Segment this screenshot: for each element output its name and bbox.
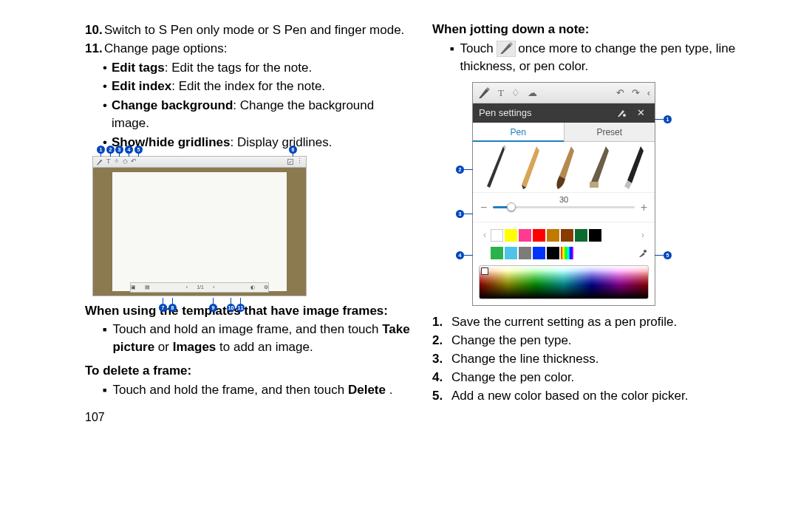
eraser-tool-icon[interactable]: ♢: [511, 86, 520, 100]
pen-tool-icon[interactable]: [477, 86, 491, 100]
pen-type-pencil[interactable]: [512, 145, 545, 189]
color-picker-gradient[interactable]: [479, 265, 649, 299]
pen-tool-inline-icon: [497, 41, 516, 57]
text: .: [389, 383, 393, 397]
menu-icon[interactable]: ⋮: [296, 157, 303, 166]
text-tool-icon[interactable]: T: [498, 86, 504, 100]
step-2: 2.Change the pen type.: [432, 332, 757, 349]
slider-knob[interactable]: [507, 202, 516, 211]
slider-track[interactable]: [493, 206, 634, 208]
heading-jotting: When jotting down a note:: [432, 21, 757, 38]
color-swatches: ‹ ›: [473, 222, 655, 262]
save-profile-icon[interactable]: [616, 108, 632, 118]
pen-type-calligraphy[interactable]: [617, 145, 650, 189]
step-3: 3.Change the line thickness.: [432, 350, 757, 368]
list-text: Change page options:: [104, 40, 227, 58]
pen-settings-figure: 1 2 3 4 5 T ♢ ☁ ↶ ↷ ‹ Pen settings: [472, 82, 655, 306]
color-swatch[interactable]: [561, 229, 573, 242]
pen-type-fine[interactable]: [477, 145, 511, 189]
action-delete: Delete: [348, 383, 386, 397]
checkbox-icon[interactable]: ✓: [287, 159, 293, 165]
undo-icon[interactable]: ↶: [616, 86, 624, 100]
color-swatch[interactable]: [505, 247, 517, 259]
eraser-tool-icon[interactable]: ✧: [114, 157, 120, 166]
templates-instructions: Touch and hold an image frame, and then …: [103, 321, 410, 356]
close-icon[interactable]: ✕: [632, 106, 649, 120]
color-swatch[interactable]: [533, 247, 545, 259]
color-swatch[interactable]: [519, 229, 531, 242]
editor-bottom-bar: ▣ ▤ ‹ 1/1 › ◐ ⚙: [130, 282, 269, 293]
option-desc: : Display gridlines.: [231, 135, 332, 149]
pen-settings-titlebar: Pen settings ✕: [473, 103, 655, 123]
text: Touch and hold an image frame, and then …: [112, 322, 382, 336]
right-column: When jotting down a note: Touch once mor…: [432, 21, 757, 426]
list-number: 10.: [85, 21, 104, 39]
callout-2: 2: [456, 166, 464, 174]
text: or: [158, 340, 173, 354]
note-editor-figure: 1 2 3 4 5 6 7 8 9 10 11 T ✧ ◇ ↶ ✓: [92, 156, 307, 296]
list-text: Switch to S Pen only mode or S Pen and f…: [104, 21, 404, 39]
color-swatch[interactable]: [575, 229, 587, 242]
delete-instructions: Touch and hold the frame, and then touch…: [103, 381, 410, 399]
page-options-list: Edit tags: Edit the tags for the note. E…: [103, 59, 410, 151]
color-swatch[interactable]: [547, 247, 559, 259]
action-images: Images: [173, 340, 216, 354]
options-icon[interactable]: ⚙: [264, 284, 268, 291]
option-name: Edit tags: [112, 61, 165, 75]
list-number: 11.: [85, 40, 104, 58]
pen-type-brush[interactable]: [547, 145, 580, 189]
svg-point-3: [644, 250, 647, 253]
svg-rect-2: [590, 182, 598, 188]
tab-preset[interactable]: Preset: [564, 123, 655, 142]
text: to add an image.: [219, 340, 313, 354]
heading-templates: When using the templates that have image…: [85, 302, 410, 320]
list-item-11: 11. Change page options:: [85, 40, 410, 58]
prev-page-icon[interactable]: ‹: [186, 284, 188, 291]
eyedropper-icon[interactable]: [637, 248, 649, 258]
editor-toolbar: T ♢ ☁ ↶ ↷ ‹: [473, 83, 655, 103]
pen-settings-tabs: Pen Preset: [473, 123, 655, 142]
callout-3: 3: [456, 210, 464, 218]
editor-toolbar: T ✧ ◇ ↶ ✓ ⋮: [92, 156, 307, 168]
color-swatch[interactable]: [533, 229, 545, 242]
svg-point-1: [623, 114, 626, 117]
step-5: 5.Add a new color based on the color pic…: [432, 387, 757, 405]
option-name: Edit index: [112, 79, 171, 93]
next-swatches-icon[interactable]: ›: [637, 229, 649, 242]
callout-5: 5: [664, 251, 672, 259]
text: Touch: [460, 41, 497, 55]
option-desc: : Edit the tags for the note.: [165, 61, 312, 75]
tab-pen[interactable]: Pen: [473, 123, 564, 142]
color-swatch[interactable]: [589, 229, 601, 242]
attach-icon[interactable]: ▣: [131, 284, 136, 291]
option-desc: : Edit the index for the note.: [171, 79, 325, 93]
color-swatch[interactable]: [491, 229, 503, 242]
color-swatch[interactable]: [491, 247, 503, 259]
shape-tool-icon[interactable]: ◇: [123, 157, 128, 166]
undo-icon[interactable]: ↶: [131, 157, 137, 166]
option-name: Change background: [112, 98, 233, 112]
manual-page: 10. Switch to S Pen only mode or S Pen a…: [0, 0, 798, 439]
pen-type-selector: [473, 142, 655, 192]
redo-icon[interactable]: ↷: [632, 86, 640, 100]
prev-swatches-icon[interactable]: ‹: [479, 229, 491, 242]
page-indicator: 1/1: [197, 284, 204, 291]
color-swatch[interactable]: [547, 229, 559, 242]
page-number: 107: [85, 409, 410, 426]
pen-tool-icon[interactable]: [96, 158, 103, 166]
next-page-icon[interactable]: ›: [213, 284, 214, 291]
text: Touch and hold the frame, and then touch: [112, 383, 348, 397]
text-tool-icon[interactable]: T: [106, 157, 111, 166]
spen-mode-icon[interactable]: ◐: [250, 284, 255, 291]
color-swatch[interactable]: [505, 229, 517, 242]
editor-canvas-area: ▣ ▤ ‹ 1/1 › ◐ ⚙: [92, 168, 307, 296]
step-1: 1.Save the current setting as a pen prof…: [432, 313, 757, 331]
color-swatch[interactable]: [561, 247, 573, 259]
list-item-10: 10. Switch to S Pen only mode or S Pen a…: [85, 21, 410, 39]
editor-page[interactable]: [112, 172, 287, 291]
collapse-icon[interactable]: ‹: [647, 86, 650, 100]
pen-type-highlighter[interactable]: [582, 145, 615, 189]
cloud-tool-icon[interactable]: ☁: [528, 86, 537, 100]
color-swatch[interactable]: [519, 247, 531, 259]
link-icon[interactable]: ▤: [145, 284, 150, 291]
